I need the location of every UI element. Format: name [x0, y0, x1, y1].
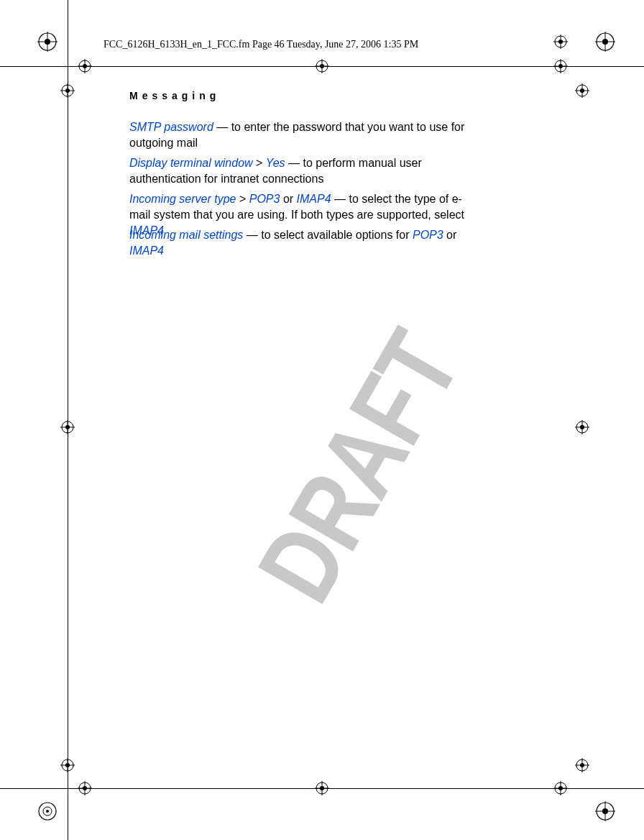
registration-icon: [595, 32, 615, 52]
registration-mark: [575, 758, 589, 772]
registration-mark: [553, 781, 568, 795]
registration-mark: [78, 59, 92, 73]
option-value: IMAP4: [297, 193, 331, 205]
option-value: POP3: [249, 193, 280, 205]
option-value: IMAP4: [129, 245, 164, 257]
registration-mark: [78, 781, 92, 795]
registration-icon: [595, 801, 615, 821]
registration-icon: [37, 801, 58, 821]
option-label: Display terminal window: [129, 157, 253, 169]
option-label: Incoming mail settings: [129, 229, 243, 241]
separator: >: [253, 157, 266, 169]
svg-point-10: [46, 810, 49, 813]
setting-display-terminal: Display terminal window > Yes — to perfo…: [129, 155, 474, 187]
page-header: FCC_6126H_6133H_en_1_FCC.fm Page 46 Tues…: [104, 39, 418, 50]
registration-mark: [315, 781, 329, 795]
option-desc: — to select available options for: [243, 229, 413, 241]
registration-mark: [575, 420, 589, 434]
separator: >: [236, 193, 249, 205]
option-label: SMTP password: [129, 121, 213, 133]
text-or: or: [280, 193, 296, 205]
registration-mark: [315, 59, 329, 73]
option-label: Incoming server type: [129, 193, 236, 205]
text-or: or: [443, 229, 457, 241]
registration-mark: [60, 420, 75, 434]
registration-mark: [60, 758, 75, 772]
setting-incoming-mail: Incoming mail settings — to select avail…: [129, 227, 474, 259]
option-value: POP3: [413, 229, 443, 241]
section-title: Messaging: [129, 90, 220, 101]
registration-mark: [575, 83, 589, 98]
option-value: Yes: [266, 157, 285, 169]
draft-watermark: DRAFT: [233, 312, 483, 621]
registration-mark: [553, 59, 568, 73]
registration-mark: [553, 35, 568, 49]
registration-mark: [60, 83, 75, 98]
setting-smtp-password: SMTP password — to enter the password th…: [129, 119, 474, 151]
registration-icon: [37, 32, 58, 52]
